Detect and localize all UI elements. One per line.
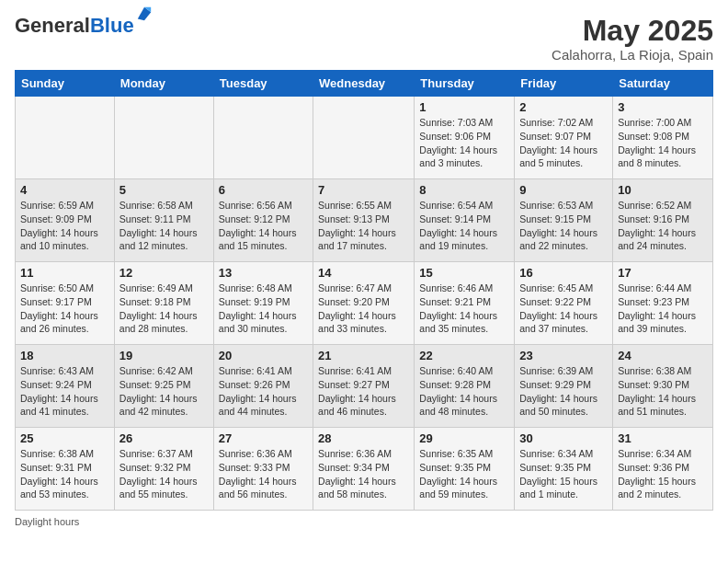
calendar-day-cell: 30Sunrise: 6:34 AM Sunset: 9:35 PM Dayli…: [515, 428, 613, 511]
day-of-week-header: Friday: [515, 71, 613, 97]
logo-general: GeneralBlue: [15, 15, 134, 37]
day-info: Sunrise: 6:47 AM Sunset: 9:20 PM Dayligh…: [318, 282, 409, 336]
day-info: Sunrise: 6:34 AM Sunset: 9:35 PM Dayligh…: [519, 447, 608, 501]
calendar-day-cell: 20Sunrise: 6:41 AM Sunset: 9:26 PM Dayli…: [213, 345, 313, 428]
logo: GeneralBlue: [15, 15, 153, 37]
day-number: 28: [318, 431, 409, 445]
calendar-week-row: 1Sunrise: 7:03 AM Sunset: 9:06 PM Daylig…: [16, 97, 713, 179]
calendar-day-cell: 25Sunrise: 6:38 AM Sunset: 9:31 PM Dayli…: [16, 428, 115, 511]
day-number: 31: [618, 431, 708, 445]
day-number: 5: [119, 183, 209, 197]
day-info: Sunrise: 6:58 AM Sunset: 9:11 PM Dayligh…: [119, 199, 209, 253]
day-info: Sunrise: 6:37 AM Sunset: 9:32 PM Dayligh…: [119, 447, 209, 501]
calendar-day-cell: 10Sunrise: 6:52 AM Sunset: 9:16 PM Dayli…: [613, 179, 713, 262]
day-of-week-header: Thursday: [415, 71, 515, 97]
day-number: 2: [519, 100, 608, 114]
day-number: 7: [318, 183, 409, 197]
calendar-day-cell: 2Sunrise: 7:02 AM Sunset: 9:07 PM Daylig…: [515, 97, 613, 179]
day-info: Sunrise: 6:41 AM Sunset: 9:26 PM Dayligh…: [219, 364, 308, 419]
day-number: 24: [618, 349, 708, 362]
day-number: 11: [20, 266, 109, 280]
calendar-day-cell: [313, 97, 415, 179]
calendar-day-cell: 6Sunrise: 6:56 AM Sunset: 9:12 PM Daylig…: [213, 179, 313, 262]
day-number: 15: [419, 266, 509, 280]
day-info: Sunrise: 6:43 AM Sunset: 9:24 PM Dayligh…: [20, 364, 109, 419]
calendar-day-cell: 19Sunrise: 6:42 AM Sunset: 9:25 PM Dayli…: [114, 345, 213, 428]
day-info: Sunrise: 6:34 AM Sunset: 9:36 PM Dayligh…: [618, 447, 708, 501]
calendar-day-cell: 7Sunrise: 6:55 AM Sunset: 9:13 PM Daylig…: [313, 179, 415, 262]
day-of-week-header: Saturday: [613, 71, 713, 97]
calendar-header-row: SundayMondayTuesdayWednesdayThursdayFrid…: [16, 71, 713, 97]
day-number: 16: [519, 266, 608, 280]
day-number: 14: [318, 266, 409, 280]
day-number: 19: [119, 349, 209, 362]
day-info: Sunrise: 6:55 AM Sunset: 9:13 PM Dayligh…: [318, 199, 409, 253]
calendar-day-cell: 4Sunrise: 6:59 AM Sunset: 9:09 PM Daylig…: [16, 179, 115, 262]
day-number: 17: [618, 266, 708, 280]
day-number: 10: [618, 183, 708, 197]
day-info: Sunrise: 6:48 AM Sunset: 9:19 PM Dayligh…: [219, 282, 308, 336]
day-info: Sunrise: 6:56 AM Sunset: 9:12 PM Dayligh…: [219, 199, 308, 253]
day-number: 9: [519, 183, 608, 197]
day-info: Sunrise: 6:38 AM Sunset: 9:31 PM Dayligh…: [20, 447, 109, 501]
title-block: May 2025 Calahorra, La Rioja, Spain: [552, 15, 713, 63]
day-info: Sunrise: 6:40 AM Sunset: 9:28 PM Dayligh…: [419, 364, 509, 419]
calendar-day-cell: 21Sunrise: 6:41 AM Sunset: 9:27 PM Dayli…: [313, 345, 415, 428]
day-number: 23: [519, 349, 608, 362]
daylight-hours-label: Daylight hours: [15, 516, 79, 527]
calendar-day-cell: 5Sunrise: 6:58 AM Sunset: 9:11 PM Daylig…: [114, 179, 213, 262]
day-number: 25: [20, 431, 109, 445]
calendar-day-cell: 14Sunrise: 6:47 AM Sunset: 9:20 PM Dayli…: [313, 262, 415, 345]
calendar-day-cell: 16Sunrise: 6:45 AM Sunset: 9:22 PM Dayli…: [515, 262, 613, 345]
calendar-table: SundayMondayTuesdayWednesdayThursdayFrid…: [15, 70, 713, 511]
calendar-day-cell: [16, 97, 115, 179]
calendar-week-row: 11Sunrise: 6:50 AM Sunset: 9:17 PM Dayli…: [16, 262, 713, 345]
day-info: Sunrise: 6:49 AM Sunset: 9:18 PM Dayligh…: [119, 282, 209, 336]
calendar-body: 1Sunrise: 7:03 AM Sunset: 9:06 PM Daylig…: [16, 97, 713, 511]
day-of-week-header: Tuesday: [213, 71, 313, 97]
calendar-day-cell: 15Sunrise: 6:46 AM Sunset: 9:21 PM Dayli…: [415, 262, 515, 345]
calendar-day-cell: 31Sunrise: 6:34 AM Sunset: 9:36 PM Dayli…: [613, 428, 713, 511]
day-info: Sunrise: 6:36 AM Sunset: 9:34 PM Dayligh…: [318, 447, 409, 501]
day-info: Sunrise: 7:03 AM Sunset: 9:06 PM Dayligh…: [419, 116, 509, 170]
month-title: May 2025: [552, 15, 713, 47]
calendar-week-row: 25Sunrise: 6:38 AM Sunset: 9:31 PM Dayli…: [16, 428, 713, 511]
logo-icon: [136, 6, 153, 22]
footer: Daylight hours: [15, 516, 713, 527]
calendar-day-cell: 27Sunrise: 6:36 AM Sunset: 9:33 PM Dayli…: [213, 428, 313, 511]
day-info: Sunrise: 7:00 AM Sunset: 9:08 PM Dayligh…: [618, 116, 708, 170]
day-number: 20: [219, 349, 308, 362]
calendar-day-cell: 22Sunrise: 6:40 AM Sunset: 9:28 PM Dayli…: [415, 345, 515, 428]
day-number: 29: [419, 431, 509, 445]
day-number: 21: [318, 349, 409, 362]
calendar-day-cell: 29Sunrise: 6:35 AM Sunset: 9:35 PM Dayli…: [415, 428, 515, 511]
day-of-week-header: Wednesday: [313, 71, 415, 97]
day-info: Sunrise: 6:42 AM Sunset: 9:25 PM Dayligh…: [119, 364, 209, 419]
day-info: Sunrise: 6:38 AM Sunset: 9:30 PM Dayligh…: [618, 364, 708, 419]
day-info: Sunrise: 7:02 AM Sunset: 9:07 PM Dayligh…: [519, 116, 608, 170]
day-info: Sunrise: 6:59 AM Sunset: 9:09 PM Dayligh…: [20, 199, 109, 253]
day-of-week-header: Monday: [114, 71, 213, 97]
calendar-day-cell: 12Sunrise: 6:49 AM Sunset: 9:18 PM Dayli…: [114, 262, 213, 345]
calendar-week-row: 4Sunrise: 6:59 AM Sunset: 9:09 PM Daylig…: [16, 179, 713, 262]
day-number: 30: [519, 431, 608, 445]
day-number: 18: [20, 349, 109, 362]
calendar-day-cell: 23Sunrise: 6:39 AM Sunset: 9:29 PM Dayli…: [515, 345, 613, 428]
day-number: 12: [119, 266, 209, 280]
day-info: Sunrise: 6:52 AM Sunset: 9:16 PM Dayligh…: [618, 199, 708, 253]
day-number: 22: [419, 349, 509, 362]
day-number: 8: [419, 183, 509, 197]
calendar-day-cell: 18Sunrise: 6:43 AM Sunset: 9:24 PM Dayli…: [16, 345, 115, 428]
calendar-day-cell: [213, 97, 313, 179]
day-info: Sunrise: 6:35 AM Sunset: 9:35 PM Dayligh…: [419, 447, 509, 501]
day-number: 1: [419, 100, 509, 114]
day-number: 3: [618, 100, 708, 114]
day-number: 27: [219, 431, 308, 445]
location: Calahorra, La Rioja, Spain: [552, 47, 713, 63]
calendar-day-cell: 24Sunrise: 6:38 AM Sunset: 9:30 PM Dayli…: [613, 345, 713, 428]
calendar-day-cell: 13Sunrise: 6:48 AM Sunset: 9:19 PM Dayli…: [213, 262, 313, 345]
day-number: 26: [119, 431, 209, 445]
calendar-day-cell: 17Sunrise: 6:44 AM Sunset: 9:23 PM Dayli…: [613, 262, 713, 345]
calendar-day-cell: 26Sunrise: 6:37 AM Sunset: 9:32 PM Dayli…: [114, 428, 213, 511]
calendar-day-cell: 1Sunrise: 7:03 AM Sunset: 9:06 PM Daylig…: [415, 97, 515, 179]
